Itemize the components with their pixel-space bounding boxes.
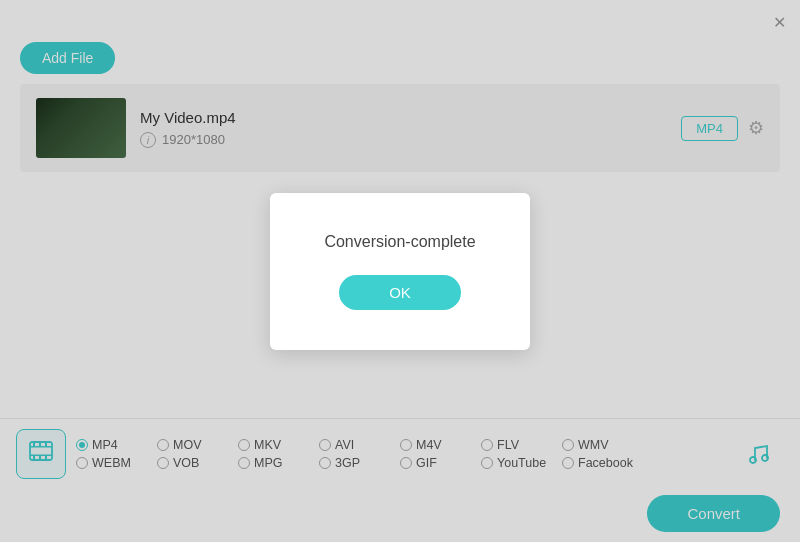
modal-overlay: Conversion-complete OK [0, 0, 800, 542]
modal-box: Conversion-complete OK [270, 193, 530, 350]
modal-message: Conversion-complete [320, 233, 480, 251]
modal-ok-button[interactable]: OK [339, 275, 461, 310]
